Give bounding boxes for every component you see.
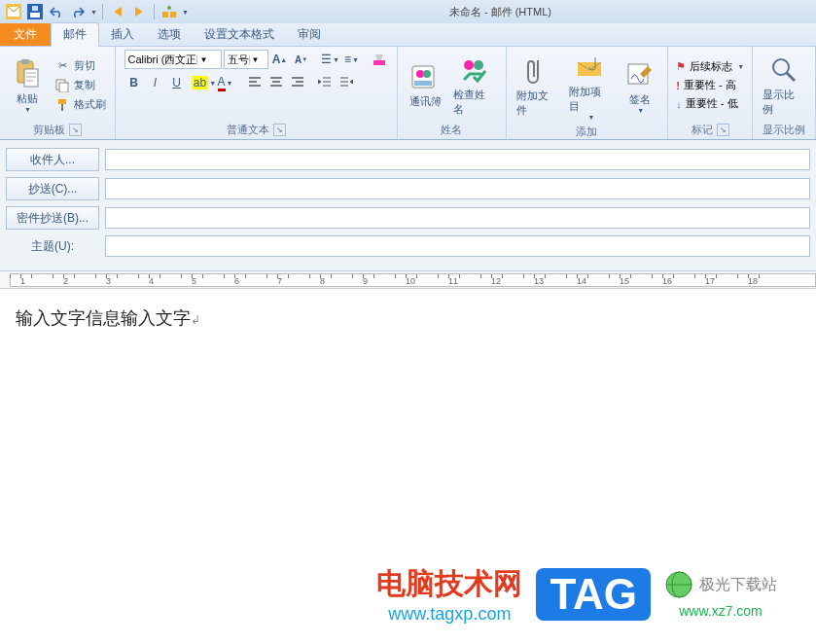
svg-rect-6	[170, 12, 176, 18]
message-header: 收件人... 抄送(C)... 密件抄送(B)... 主题(U):	[0, 140, 816, 271]
tab-review[interactable]: 审阅	[286, 23, 333, 46]
high-importance-icon: !	[676, 80, 680, 91]
svg-point-20	[464, 60, 474, 70]
save-icon[interactable]	[25, 2, 45, 21]
font-launcher-icon[interactable]: ↘	[273, 124, 286, 136]
followup-button[interactable]: ⚑后续标志▼	[674, 58, 746, 75]
svg-rect-19	[414, 81, 432, 86]
check-names-icon	[459, 54, 490, 86]
svg-rect-14	[61, 104, 63, 111]
addressbook-icon	[409, 61, 441, 92]
group-names-label: 姓名	[441, 123, 462, 137]
align-left-icon[interactable]	[245, 73, 265, 92]
copy-button[interactable]: 复制	[52, 77, 109, 94]
font-size-combo[interactable]: 五号▼	[224, 50, 268, 69]
number-list-icon[interactable]: ≡▼	[342, 50, 362, 69]
watermark-url2: www.xz7.com	[664, 603, 777, 619]
shrink-font-icon[interactable]: A▼	[292, 50, 311, 69]
bcc-field[interactable]	[105, 207, 810, 229]
watermark-site2: 极光下载站	[699, 575, 777, 595]
ribbon: 粘贴 ▼ ✂剪切 复制 格式刷 剪贴板↘ Calibri (西文正▼ 五号▼ A…	[0, 47, 816, 140]
globe-icon	[664, 570, 693, 599]
tab-mail[interactable]: 邮件	[51, 22, 99, 47]
group-clipboard-label: 剪贴板	[33, 123, 65, 137]
low-importance-icon: ↓	[676, 98, 682, 110]
to-button[interactable]: 收件人...	[6, 148, 99, 171]
cut-button[interactable]: ✂剪切	[52, 57, 109, 75]
svg-rect-3	[30, 13, 40, 18]
tags-launcher-icon[interactable]: ↘	[717, 124, 729, 136]
clipboard-launcher-icon[interactable]: ↘	[69, 124, 82, 136]
group-basic-text-label: 普通文本	[227, 123, 269, 137]
font-color-icon[interactable]: A▼	[216, 73, 235, 92]
watermark-tag: TAG	[536, 568, 651, 621]
attach-file-button[interactable]: 附加文件	[513, 54, 563, 120]
ruler[interactable]: 123456789101112131415161718	[0, 271, 816, 289]
flag-icon: ⚑	[676, 60, 686, 73]
group-zoom-label: 显示比例	[763, 123, 805, 137]
svg-point-24	[773, 59, 789, 75]
group-tags-label: 标记	[692, 123, 713, 137]
grow-font-icon[interactable]: A▲	[270, 50, 290, 69]
paste-label: 粘贴	[17, 91, 38, 106]
prev-item-icon[interactable]	[108, 2, 127, 21]
svg-line-25	[787, 73, 795, 81]
addin-more-icon[interactable]: ▼	[181, 9, 189, 16]
paste-more-icon: ▼	[23, 106, 31, 113]
addin-icon[interactable]	[160, 2, 179, 21]
group-add: 附加文件 附加项目▼ 签名▼ 添加	[507, 47, 669, 139]
chevron-down-icon: ▼	[249, 55, 262, 64]
subject-label: 主题(U):	[6, 238, 99, 255]
watermark-site1: 电脑技术网	[376, 564, 522, 604]
undo-icon[interactable]	[47, 2, 66, 21]
tab-format[interactable]: 设置文本格式	[193, 23, 286, 46]
format-painter-button[interactable]: 格式刷	[52, 96, 109, 114]
addressbook-button[interactable]: 通讯簿	[404, 59, 446, 111]
watermark-url1: www.tagxp.com	[376, 604, 522, 625]
chevron-down-icon: ▼	[196, 55, 209, 64]
high-importance-button[interactable]: !重要性 - 高	[674, 77, 746, 93]
qat-more-icon[interactable]: ▼	[89, 9, 97, 16]
svg-rect-13	[58, 99, 66, 104]
cc-button[interactable]: 抄送(C)...	[6, 177, 99, 200]
subject-field[interactable]	[105, 235, 810, 257]
cc-field[interactable]	[105, 178, 810, 199]
font-name-combo[interactable]: Calibri (西文正▼	[124, 50, 222, 69]
align-center-icon[interactable]	[266, 73, 286, 92]
svg-point-7	[167, 6, 171, 10]
indent-right-icon[interactable]	[337, 73, 356, 92]
next-item-icon[interactable]	[129, 2, 149, 21]
tab-insert[interactable]: 插入	[99, 23, 146, 46]
attach-item-button[interactable]: 附加项目▼	[565, 50, 616, 123]
group-add-label: 添加	[576, 125, 597, 139]
align-right-icon[interactable]	[288, 73, 307, 92]
indent-left-icon[interactable]	[315, 73, 335, 92]
svg-rect-9	[21, 59, 29, 64]
check-names-button[interactable]: 检查姓名	[449, 53, 500, 119]
bullet-list-icon[interactable]: ☰▼	[321, 50, 340, 69]
zoom-icon	[768, 54, 799, 86]
bcc-button[interactable]: 密件抄送(B)...	[6, 206, 99, 230]
redo-icon[interactable]	[68, 2, 88, 21]
svg-point-21	[474, 60, 483, 70]
signature-button[interactable]: 签名▼	[619, 57, 661, 116]
svg-rect-5	[162, 12, 168, 18]
app-icon[interactable]	[4, 2, 23, 21]
tab-options[interactable]: 选项	[146, 23, 193, 46]
svg-rect-12	[59, 83, 68, 92]
to-field[interactable]	[105, 149, 810, 170]
bold-icon[interactable]: B	[124, 73, 144, 92]
low-importance-button[interactable]: ↓重要性 - 低	[674, 95, 746, 112]
highlight-icon[interactable]: ab▼	[195, 73, 214, 92]
tab-file[interactable]: 文件	[0, 23, 51, 46]
italic-icon[interactable]: I	[146, 73, 165, 92]
titlebar: ▼ ▼ 未命名 - 邮件 (HTML)	[0, 0, 816, 23]
zoom-button[interactable]: 显示比例	[759, 53, 809, 119]
clear-format-icon[interactable]	[370, 50, 389, 69]
quick-access-toolbar: ▼ ▼	[4, 2, 189, 21]
group-basic-text: Calibri (西文正▼ 五号▼ A▲ A▼ ☰▼ ≡▼ B I U ab▼ …	[116, 47, 398, 139]
body-text: 输入文字信息输入文字	[16, 308, 191, 328]
underline-icon[interactable]: U	[167, 73, 187, 92]
paste-button[interactable]: 粘贴 ▼	[6, 56, 49, 115]
message-body[interactable]: 输入文字信息输入文字↲	[0, 289, 816, 347]
